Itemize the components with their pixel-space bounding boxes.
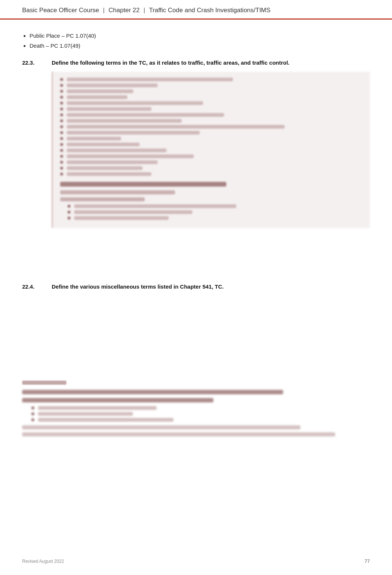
blurred-row <box>60 131 362 135</box>
bullet-item-1: Public Place – PC 1.07(40) <box>30 31 370 41</box>
blurred-bullet-icon <box>60 155 63 158</box>
blurred-bullet-icon <box>31 418 34 421</box>
bottom-blurred-section <box>22 375 370 445</box>
blurred-bullet-icon <box>68 217 71 220</box>
blurred-bullet-icon <box>68 205 71 208</box>
blurred-row <box>60 125 362 129</box>
blurred-bullet-icon <box>60 131 63 134</box>
blurred-bullet-icon <box>60 102 63 105</box>
blurred-bullet-icon <box>60 173 63 176</box>
blurred-row <box>60 101 362 105</box>
blurred-sub-row <box>68 204 362 208</box>
blurred-row <box>31 412 370 416</box>
blurred-bullet-icon <box>60 113 63 116</box>
section-22-4-title: Define the various miscellaneous terms l… <box>52 283 370 290</box>
blurred-sub-row <box>68 216 362 220</box>
blurred-bullet-icon <box>60 96 63 99</box>
blurred-bullet-icon <box>60 78 63 81</box>
blurred-bullet-icon <box>60 161 63 164</box>
header-sep1: | <box>103 7 106 14</box>
header-subject: Traffic Code and Crash Investigations/TI… <box>149 7 271 14</box>
section-22-3-title: Define the following terms in the TC, as… <box>52 59 370 66</box>
bottom-blurred-content <box>22 390 370 436</box>
header-sep2: | <box>144 7 147 14</box>
blurred-bullet-icon <box>60 84 63 87</box>
page-footer: Revised August 2022 77 <box>22 558 370 564</box>
page-container: Basic Peace Officer Course | Chapter 22 … <box>0 0 392 575</box>
blurred-row <box>60 95 362 99</box>
blurred-row <box>60 113 362 117</box>
blurred-bullet-icon <box>60 119 63 122</box>
blurred-row <box>60 166 362 170</box>
footer-page-number: 77 <box>365 558 370 564</box>
blurred-row <box>60 89 362 93</box>
section-22-4-content <box>52 296 370 370</box>
blurred-bullet-icon <box>60 125 63 128</box>
blurred-sub-row <box>68 210 362 214</box>
section-22-4-number: 22.4. <box>22 283 52 290</box>
blurred-row <box>31 418 370 422</box>
blurred-bullet-icon <box>60 167 63 170</box>
bullet-item-2: Death – PC 1.07(49) <box>30 41 370 51</box>
blurred-row <box>60 137 362 140</box>
blurred-bullet-icon <box>60 137 63 140</box>
section-22-3-heading: 22.3. Define the following terms in the … <box>22 59 370 66</box>
top-bullet-list: Public Place – PC 1.07(40) Death – PC 1.… <box>22 31 370 51</box>
blurred-row <box>60 119 362 123</box>
blurred-row <box>31 406 370 410</box>
blurred-row <box>60 84 362 87</box>
blurred-row <box>60 78 362 81</box>
blurred-bullet-icon <box>31 406 34 409</box>
main-content: Public Place – PC 1.07(40) Death – PC 1.… <box>0 20 392 459</box>
section-22-4-heading: 22.4. Define the various miscellaneous t… <box>22 283 370 290</box>
blurred-row <box>60 149 362 152</box>
page-header: Basic Peace Officer Course | Chapter 22 … <box>0 0 392 20</box>
section-22-3-number: 22.3. <box>22 59 52 66</box>
blurred-row <box>60 143 362 146</box>
footer-left-text: Revised August 2022 <box>22 559 64 564</box>
blurred-bullet-icon <box>60 143 63 146</box>
blurred-bullet-icon <box>60 108 63 110</box>
blurred-bullet-icon <box>60 90 63 93</box>
blurred-row <box>60 172 362 176</box>
blurred-row <box>60 107 362 111</box>
header-chapter: Chapter 22 <box>109 7 140 14</box>
spacer-1 <box>22 235 370 280</box>
blurred-bullet-icon <box>60 149 63 152</box>
header-course: Basic Peace Officer Course <box>22 7 99 14</box>
blurred-bullet-icon <box>68 211 71 214</box>
bottom-underline-bar <box>22 381 66 385</box>
section-22-3-content <box>52 72 370 228</box>
blurred-row <box>60 160 362 164</box>
blurred-bullet-icon <box>31 412 34 415</box>
blurred-row <box>60 154 362 158</box>
